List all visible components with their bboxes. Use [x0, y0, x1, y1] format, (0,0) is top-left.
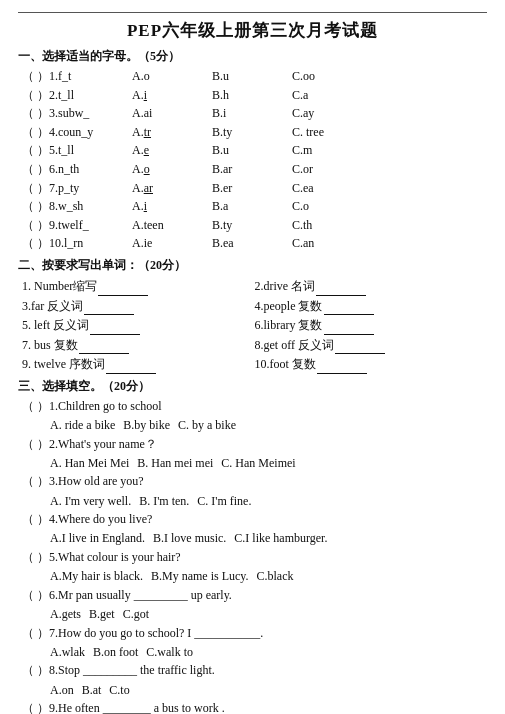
option: B.by bike — [123, 416, 170, 435]
option: A.wlak — [50, 643, 85, 662]
option: B.I love music. — [153, 529, 226, 548]
section3-question: （ ）9.He often ________ a bus to work .A.… — [22, 699, 487, 714]
section1-item: （ ）10.l_rnA.ieB.eaC.an — [22, 234, 487, 253]
option: C.to — [109, 681, 129, 700]
option: A.My hair is black. — [50, 567, 143, 586]
section2-body: 1. Number缩写 2.drive 名词 3.far 反义词 4.peopl… — [22, 276, 487, 374]
section2-item: 5. left 反义词 6.library 复数 — [22, 315, 487, 335]
page-title: PEP六年级上册第三次月考试题 — [18, 19, 487, 42]
section3-question: （ ）3.How old are you?A. I'm very well.B.… — [22, 472, 487, 510]
option: B.get — [89, 605, 115, 624]
section3-question: （ ）1.Children go to schoolA. ride a bike… — [22, 397, 487, 435]
top-divider — [18, 12, 487, 13]
option: A.gets — [50, 605, 81, 624]
option: C.walk to — [146, 643, 193, 662]
section1-body: （ ）1.f_tA.oB.uC.oo（ ）2.t_llA.iB.hC.a（ ）3… — [22, 67, 487, 253]
section1-item: （ ）8.w_shA.iB.aC.o — [22, 197, 487, 216]
option: A. I'm very well. — [50, 492, 131, 511]
section1-item: （ ）1.f_tA.oB.uC.oo — [22, 67, 487, 86]
section1-item: （ ）3.subw_A.aiB.iC.ay — [22, 104, 487, 123]
option: B. I'm ten. — [139, 492, 189, 511]
option: B.on foot — [93, 643, 138, 662]
option: C. I'm fine. — [197, 492, 251, 511]
section3-body: （ ）1.Children go to schoolA. ride a bike… — [22, 397, 487, 714]
section1-item: （ ）7.p_tyA.arB.erC.ea — [22, 179, 487, 198]
option: C. Han Meimei — [221, 454, 295, 473]
option: C.I like hamburger. — [234, 529, 327, 548]
option: B.My name is Lucy. — [151, 567, 249, 586]
section1-item: （ ）5.t_llA.eB.uC.m — [22, 141, 487, 160]
option: A.on — [50, 681, 74, 700]
section2-item: 1. Number缩写 2.drive 名词 — [22, 276, 487, 296]
option: C.black — [257, 567, 294, 586]
section2-header: 二、按要求写出单词：（20分） — [18, 257, 487, 274]
section3-question: （ ）2.What's your name？A. Han Mei MeiB. H… — [22, 435, 487, 473]
section3-question: （ ）6.Mr pan usually _________ up early.A… — [22, 586, 487, 624]
section1-header: 一、选择适当的字母。（5分） — [18, 48, 487, 65]
section3-question: （ ）5.What colour is your hair?A.My hair … — [22, 548, 487, 586]
section2-item: 3.far 反义词 4.people 复数 — [22, 296, 487, 316]
option: A. ride a bike — [50, 416, 115, 435]
option: B.at — [82, 681, 102, 700]
section3-question: （ ）7.How do you go to school? I ________… — [22, 624, 487, 662]
section1-item: （ ）4.coun_yA.trB.tyC. tree — [22, 123, 487, 142]
section1-item: （ ）9.twelf_A.teenB.tyC.th — [22, 216, 487, 235]
section2-item: 7. bus 复数 8.get off 反义词 — [22, 335, 487, 355]
section3-question: （ ）8.Stop _________ the traffic light.A.… — [22, 661, 487, 699]
section1-item: （ ）6.n_thA.oB.arC.or — [22, 160, 487, 179]
section3-header: 三、选择填空。（20分） — [18, 378, 487, 395]
option: A.I live in England. — [50, 529, 145, 548]
option: C. by a bike — [178, 416, 236, 435]
option: B. Han mei mei — [137, 454, 213, 473]
option: C.got — [123, 605, 149, 624]
section2-item: 9. twelve 序数词 10.foot 复数 — [22, 354, 487, 374]
section1-item: （ ）2.t_llA.iB.hC.a — [22, 86, 487, 105]
option: A. Han Mei Mei — [50, 454, 129, 473]
section3-question: （ ）4.Where do you live?A.I live in Engla… — [22, 510, 487, 548]
